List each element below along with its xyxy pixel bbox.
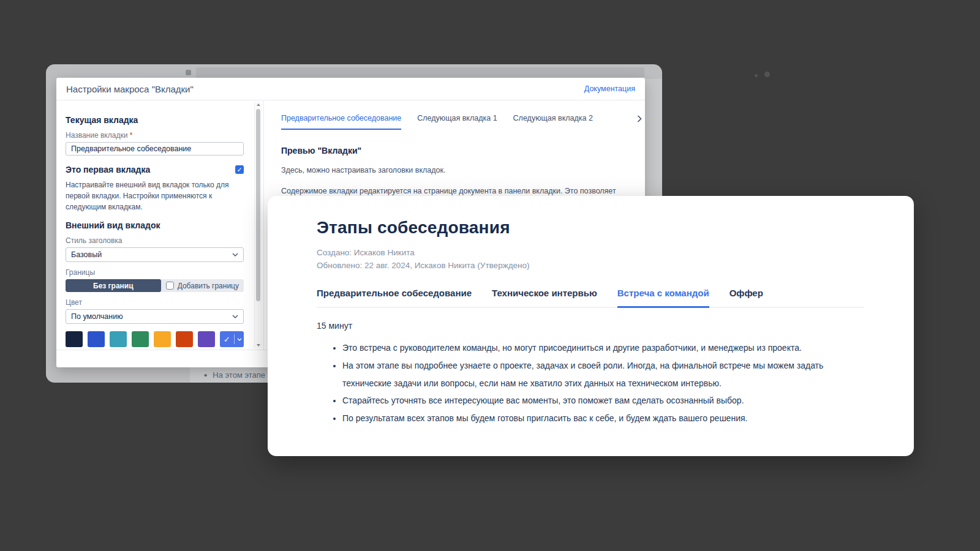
page-icon [186,70,191,75]
chevron-down-icon [232,253,238,257]
section-appearance-heading: Внешний вид вкладок [66,220,244,230]
page-title: Этапы собеседования [317,218,864,238]
settings-scrollbar[interactable] [254,102,262,348]
chevron-right-icon[interactable] [637,115,642,122]
doc-tab-1[interactable]: Предварительное собеседование [317,288,472,308]
header-style-label: Стиль заголовка [66,236,244,245]
dialog-title: Настройки макроса "Вкладки" [66,84,194,94]
duration-text: 15 минут [317,321,864,331]
preview-paragraph-1: Здесь, можно настраивать заголовки вклад… [281,165,634,176]
documentation-link[interactable]: Документация [584,84,635,93]
required-asterisk: * [130,131,133,140]
scrollbar-thumb[interactable] [256,109,260,301]
tab-name-input[interactable] [66,142,244,156]
updated-line: Обновлено: 22 авг. 2024, Искаков Никита … [317,260,864,272]
page-meta: Создано: Искаков Никита Обновлено: 22 ав… [317,247,864,272]
bullet-icon: • [204,370,207,380]
swatch-teal[interactable] [110,331,127,347]
list-item: Старайтесь уточнять все интересующие вас… [342,392,864,410]
document-tabs: Предварительное собеседование Техническо… [317,288,864,308]
preview-tab-2[interactable]: Следующая вкладка 1 [417,114,497,130]
swatch-purple[interactable] [198,331,215,347]
first-tab-row: Это первая вкладка ✓ [66,165,244,174]
swatch-navy[interactable] [66,331,83,347]
chevron-down-icon [232,315,238,318]
swatch-amber[interactable] [154,331,171,347]
color-select[interactable]: По умолчанию [66,309,244,324]
add-border-checkbox[interactable] [166,282,174,290]
settings-panel: Текущая вкладка Название вкладки * Это п… [56,100,264,350]
dialog-header: Настройки макроса "Вкладки" Документация [56,78,645,100]
borders-add-label: Добавить границу [178,282,239,290]
list-item: Это встреча с руководителем команды, но … [342,339,864,357]
swatch-red[interactable] [176,331,193,347]
check-icon: ✓ [220,335,235,344]
header-style-value: Базовый [71,250,102,259]
first-tab-checkbox[interactable]: ✓ [235,165,244,174]
header-style-select[interactable]: Базовый [66,247,244,262]
preview-heading: Превью "Вкладки" [281,146,634,156]
preview-tabs: Предварительное собеседование Следующая … [281,114,634,132]
gear-icon [764,72,770,77]
swatch-green[interactable] [132,331,149,347]
color-swatches: ✓ [66,331,244,347]
check-icon: ✓ [236,167,242,173]
list-item: По результатам всех этапов мы будем гото… [342,410,864,427]
color-label: Цвет [66,298,244,307]
color-value: По умолчанию [71,312,123,321]
list-item: На этом этапе вы подробнее узнаете о про… [342,357,864,392]
section-current-tab-heading: Текущая вкладка [66,115,244,125]
bullet-list: Это встреча с руководителем команды, но … [317,339,864,427]
scroll-down-arrow[interactable] [255,342,262,348]
preview-paragraph-2: Содержимое вкладки редактируется на стра… [281,186,634,197]
doc-tab-2[interactable]: Техническое интервью [492,288,597,308]
swatch-blue[interactable] [88,331,105,347]
first-tab-label: Это первая вкладка [66,165,150,174]
created-line: Создано: Искаков Никита [317,247,864,260]
tab-name-label: Название вкладки * [66,131,244,140]
chevron-down-icon[interactable] [235,338,244,341]
apply-color-split-button[interactable]: ✓ [220,331,244,347]
borders-segmented-control: Без границ Добавить границу [66,279,244,292]
borders-add-segment[interactable]: Добавить границу [161,279,244,292]
doc-tab-3[interactable]: Встреча с командой [617,288,709,308]
preview-tab-3[interactable]: Следующая вкладка 2 [513,114,593,130]
scroll-up-arrow[interactable] [255,102,262,108]
borders-off-segment[interactable]: Без границ [66,279,161,292]
plus-icon [755,74,758,77]
interview-stages-card: Этапы собеседования Создано: Искаков Ник… [268,196,914,456]
first-tab-hint: Настраивайте внешний вид вкладок только … [66,179,244,212]
doc-tab-4[interactable]: Оффер [729,288,763,308]
preview-tab-1[interactable]: Предварительное собеседование [281,114,401,130]
borders-label: Границы [66,268,244,277]
